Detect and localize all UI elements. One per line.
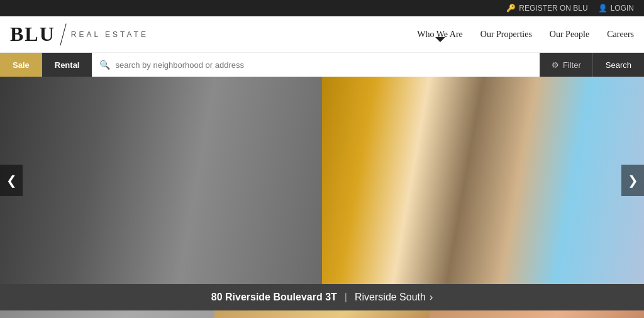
hero-address: 80 Riverside Boulevard 3T — [211, 292, 337, 303]
logo: BLU REAL ESTATE — [10, 23, 148, 46]
nav-our-people[interactable]: Our People — [550, 30, 589, 40]
header: BLU REAL ESTATE Who We Are Our Propertie… — [0, 16, 644, 53]
hero-location: Riverside South — [355, 292, 426, 303]
thumbnail-2[interactable]: 🏠 — [214, 310, 429, 318]
room-left-bg — [0, 77, 322, 284]
logo-tagline: REAL ESTATE — [71, 30, 148, 39]
filter-icon: ⚙ — [552, 60, 559, 70]
hero-arrow: › — [430, 292, 433, 303]
thumbnail-row: 🏠 — [0, 310, 644, 318]
key-icon: 🔑 — [506, 4, 516, 13]
search-input-wrap: 🔍 — [92, 53, 539, 77]
nav-careers[interactable]: Careers — [607, 30, 634, 40]
hero-images — [0, 77, 644, 284]
hero-prev-button[interactable]: ❮ — [0, 165, 23, 196]
search-icon: 🔍 — [99, 60, 110, 70]
hero-image-left — [0, 77, 322, 284]
hero-section: ❮ ❯ — [0, 77, 644, 284]
hero-image-right — [322, 77, 644, 284]
search-bar: Sale Rental 🔍 ⚙ Filter Search — [0, 53, 644, 77]
thumbnail-1[interactable] — [0, 310, 214, 318]
sale-tab[interactable]: Sale — [0, 53, 42, 77]
main-nav: Who We Are Our Properties Our People Car… — [417, 30, 634, 40]
nav-our-properties[interactable]: Our Properties — [480, 30, 532, 40]
logo-name: BLU — [10, 23, 55, 46]
nav-who-we-are[interactable]: Who We Are — [417, 30, 462, 40]
login-link[interactable]: 👤 LOGIN — [598, 4, 634, 13]
logo-divider — [60, 23, 66, 45]
hero-separator: | — [345, 292, 347, 303]
hero-caption[interactable]: 80 Riverside Boulevard 3T | Riverside So… — [0, 284, 644, 310]
hero-next-button[interactable]: ❯ — [621, 165, 644, 196]
thumbnail-3[interactable] — [430, 310, 644, 318]
register-link[interactable]: 🔑 REGISTER ON BLU — [506, 4, 587, 13]
prev-icon: ❮ — [6, 173, 17, 188]
next-icon: ❯ — [628, 173, 638, 188]
search-button[interactable]: Search — [592, 53, 644, 77]
rental-tab[interactable]: Rental — [42, 53, 92, 77]
user-icon: 👤 — [598, 4, 608, 13]
top-bar: 🔑 REGISTER ON BLU 👤 LOGIN — [0, 0, 644, 16]
search-input[interactable] — [115, 60, 531, 70]
filter-button[interactable]: ⚙ Filter — [540, 53, 592, 77]
room-right-bg — [322, 77, 644, 284]
